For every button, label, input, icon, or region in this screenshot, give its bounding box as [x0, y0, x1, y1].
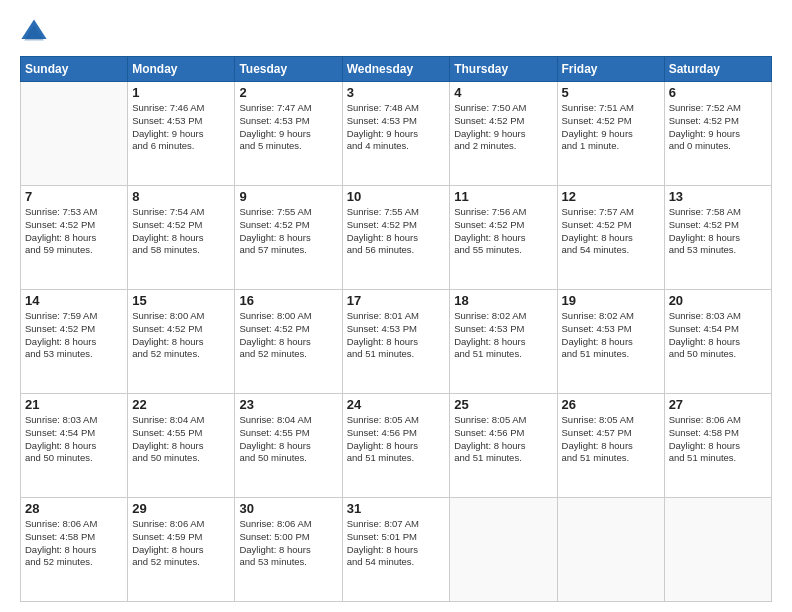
week-row-3: 21Sunrise: 8:03 AM Sunset: 4:54 PM Dayli… [21, 394, 772, 498]
day-detail: Sunrise: 8:06 AM Sunset: 4:58 PM Dayligh… [669, 414, 767, 465]
day-cell: 3Sunrise: 7:48 AM Sunset: 4:53 PM Daylig… [342, 82, 450, 186]
day-detail: Sunrise: 8:00 AM Sunset: 4:52 PM Dayligh… [239, 310, 337, 361]
day-cell: 13Sunrise: 7:58 AM Sunset: 4:52 PM Dayli… [664, 186, 771, 290]
calendar-body: 1Sunrise: 7:46 AM Sunset: 4:53 PM Daylig… [21, 82, 772, 602]
day-cell: 7Sunrise: 7:53 AM Sunset: 4:52 PM Daylig… [21, 186, 128, 290]
day-cell: 14Sunrise: 7:59 AM Sunset: 4:52 PM Dayli… [21, 290, 128, 394]
day-number: 20 [669, 293, 767, 308]
day-cell: 26Sunrise: 8:05 AM Sunset: 4:57 PM Dayli… [557, 394, 664, 498]
week-row-1: 7Sunrise: 7:53 AM Sunset: 4:52 PM Daylig… [21, 186, 772, 290]
day-detail: Sunrise: 7:51 AM Sunset: 4:52 PM Dayligh… [562, 102, 660, 153]
day-cell: 9Sunrise: 7:55 AM Sunset: 4:52 PM Daylig… [235, 186, 342, 290]
header-row: SundayMondayTuesdayWednesdayThursdayFrid… [21, 57, 772, 82]
day-detail: Sunrise: 7:48 AM Sunset: 4:53 PM Dayligh… [347, 102, 446, 153]
day-number: 22 [132, 397, 230, 412]
col-header-friday: Friday [557, 57, 664, 82]
day-number: 24 [347, 397, 446, 412]
day-detail: Sunrise: 8:00 AM Sunset: 4:52 PM Dayligh… [132, 310, 230, 361]
day-detail: Sunrise: 8:03 AM Sunset: 4:54 PM Dayligh… [669, 310, 767, 361]
day-cell: 31Sunrise: 8:07 AM Sunset: 5:01 PM Dayli… [342, 498, 450, 602]
day-cell: 11Sunrise: 7:56 AM Sunset: 4:52 PM Dayli… [450, 186, 557, 290]
col-header-thursday: Thursday [450, 57, 557, 82]
day-detail: Sunrise: 7:55 AM Sunset: 4:52 PM Dayligh… [347, 206, 446, 257]
header [20, 18, 772, 46]
day-number: 11 [454, 189, 552, 204]
day-detail: Sunrise: 8:03 AM Sunset: 4:54 PM Dayligh… [25, 414, 123, 465]
logo-icon [20, 18, 48, 46]
day-cell [557, 498, 664, 602]
day-number: 3 [347, 85, 446, 100]
day-number: 9 [239, 189, 337, 204]
day-cell: 8Sunrise: 7:54 AM Sunset: 4:52 PM Daylig… [128, 186, 235, 290]
day-cell: 12Sunrise: 7:57 AM Sunset: 4:52 PM Dayli… [557, 186, 664, 290]
day-detail: Sunrise: 8:05 AM Sunset: 4:57 PM Dayligh… [562, 414, 660, 465]
day-detail: Sunrise: 7:56 AM Sunset: 4:52 PM Dayligh… [454, 206, 552, 257]
day-cell: 16Sunrise: 8:00 AM Sunset: 4:52 PM Dayli… [235, 290, 342, 394]
day-cell: 27Sunrise: 8:06 AM Sunset: 4:58 PM Dayli… [664, 394, 771, 498]
day-cell: 23Sunrise: 8:04 AM Sunset: 4:55 PM Dayli… [235, 394, 342, 498]
day-detail: Sunrise: 7:57 AM Sunset: 4:52 PM Dayligh… [562, 206, 660, 257]
day-number: 26 [562, 397, 660, 412]
day-detail: Sunrise: 7:59 AM Sunset: 4:52 PM Dayligh… [25, 310, 123, 361]
col-header-monday: Monday [128, 57, 235, 82]
day-number: 16 [239, 293, 337, 308]
day-detail: Sunrise: 7:53 AM Sunset: 4:52 PM Dayligh… [25, 206, 123, 257]
day-detail: Sunrise: 8:06 AM Sunset: 4:59 PM Dayligh… [132, 518, 230, 569]
day-number: 25 [454, 397, 552, 412]
day-cell: 4Sunrise: 7:50 AM Sunset: 4:52 PM Daylig… [450, 82, 557, 186]
week-row-4: 28Sunrise: 8:06 AM Sunset: 4:58 PM Dayli… [21, 498, 772, 602]
day-detail: Sunrise: 8:06 AM Sunset: 4:58 PM Dayligh… [25, 518, 123, 569]
day-number: 1 [132, 85, 230, 100]
week-row-0: 1Sunrise: 7:46 AM Sunset: 4:53 PM Daylig… [21, 82, 772, 186]
day-cell: 24Sunrise: 8:05 AM Sunset: 4:56 PM Dayli… [342, 394, 450, 498]
day-detail: Sunrise: 8:07 AM Sunset: 5:01 PM Dayligh… [347, 518, 446, 569]
day-detail: Sunrise: 7:52 AM Sunset: 4:52 PM Dayligh… [669, 102, 767, 153]
day-detail: Sunrise: 8:02 AM Sunset: 4:53 PM Dayligh… [454, 310, 552, 361]
day-number: 14 [25, 293, 123, 308]
day-detail: Sunrise: 8:02 AM Sunset: 4:53 PM Dayligh… [562, 310, 660, 361]
day-number: 10 [347, 189, 446, 204]
day-number: 23 [239, 397, 337, 412]
day-detail: Sunrise: 8:05 AM Sunset: 4:56 PM Dayligh… [347, 414, 446, 465]
day-number: 2 [239, 85, 337, 100]
day-detail: Sunrise: 7:47 AM Sunset: 4:53 PM Dayligh… [239, 102, 337, 153]
day-number: 8 [132, 189, 230, 204]
day-cell [21, 82, 128, 186]
day-number: 29 [132, 501, 230, 516]
day-number: 28 [25, 501, 123, 516]
day-detail: Sunrise: 7:55 AM Sunset: 4:52 PM Dayligh… [239, 206, 337, 257]
day-cell: 6Sunrise: 7:52 AM Sunset: 4:52 PM Daylig… [664, 82, 771, 186]
day-number: 7 [25, 189, 123, 204]
day-number: 12 [562, 189, 660, 204]
logo [20, 18, 52, 46]
day-detail: Sunrise: 8:06 AM Sunset: 5:00 PM Dayligh… [239, 518, 337, 569]
col-header-wednesday: Wednesday [342, 57, 450, 82]
day-cell: 29Sunrise: 8:06 AM Sunset: 4:59 PM Dayli… [128, 498, 235, 602]
day-number: 5 [562, 85, 660, 100]
day-number: 31 [347, 501, 446, 516]
day-detail: Sunrise: 7:58 AM Sunset: 4:52 PM Dayligh… [669, 206, 767, 257]
day-cell: 17Sunrise: 8:01 AM Sunset: 4:53 PM Dayli… [342, 290, 450, 394]
day-number: 30 [239, 501, 337, 516]
week-row-2: 14Sunrise: 7:59 AM Sunset: 4:52 PM Dayli… [21, 290, 772, 394]
day-cell: 28Sunrise: 8:06 AM Sunset: 4:58 PM Dayli… [21, 498, 128, 602]
day-cell: 2Sunrise: 7:47 AM Sunset: 4:53 PM Daylig… [235, 82, 342, 186]
day-cell [664, 498, 771, 602]
day-number: 19 [562, 293, 660, 308]
col-header-tuesday: Tuesday [235, 57, 342, 82]
day-cell: 18Sunrise: 8:02 AM Sunset: 4:53 PM Dayli… [450, 290, 557, 394]
col-header-saturday: Saturday [664, 57, 771, 82]
day-number: 13 [669, 189, 767, 204]
day-cell: 25Sunrise: 8:05 AM Sunset: 4:56 PM Dayli… [450, 394, 557, 498]
page: SundayMondayTuesdayWednesdayThursdayFrid… [0, 0, 792, 612]
col-header-sunday: Sunday [21, 57, 128, 82]
day-detail: Sunrise: 8:01 AM Sunset: 4:53 PM Dayligh… [347, 310, 446, 361]
day-cell: 20Sunrise: 8:03 AM Sunset: 4:54 PM Dayli… [664, 290, 771, 394]
day-cell: 22Sunrise: 8:04 AM Sunset: 4:55 PM Dayli… [128, 394, 235, 498]
day-number: 6 [669, 85, 767, 100]
day-detail: Sunrise: 8:04 AM Sunset: 4:55 PM Dayligh… [239, 414, 337, 465]
day-detail: Sunrise: 8:04 AM Sunset: 4:55 PM Dayligh… [132, 414, 230, 465]
day-cell: 5Sunrise: 7:51 AM Sunset: 4:52 PM Daylig… [557, 82, 664, 186]
day-cell: 10Sunrise: 7:55 AM Sunset: 4:52 PM Dayli… [342, 186, 450, 290]
day-cell: 19Sunrise: 8:02 AM Sunset: 4:53 PM Dayli… [557, 290, 664, 394]
